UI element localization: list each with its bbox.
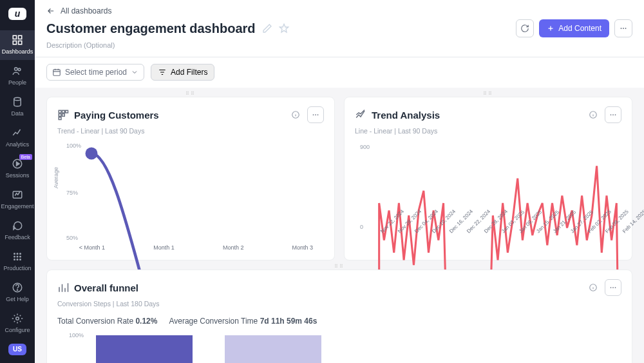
edit-icon[interactable]: [262, 23, 272, 34]
filter-icon: [158, 68, 167, 77]
svg-point-33: [315, 114, 316, 115]
svg-point-40: [611, 114, 612, 115]
production-icon: [12, 251, 23, 262]
svg-point-10: [17, 253, 19, 255]
analytics-icon: [12, 127, 23, 139]
sidebar-item-people[interactable]: People: [0, 61, 35, 91]
svg-rect-24: [53, 70, 61, 75]
sidebar-item-configure[interactable]: Configure: [0, 309, 35, 338]
svg-point-16: [17, 259, 19, 260]
svg-point-11: [19, 253, 21, 255]
sidebar-item-gethelp[interactable]: Get Help: [0, 278, 35, 308]
svg-rect-26: [59, 114, 61, 117]
svg-point-45: [612, 287, 614, 288]
card-overall-funnel: ⠿⠿ Overall funnel Conversion Steps | Las…: [46, 270, 632, 363]
card-paying-customers: ⠿⠿ Paying Customers Trend - Linear | Las…: [46, 97, 335, 260]
conv-rate-label: Total Conversion Rate: [57, 317, 133, 326]
svg-point-41: [612, 114, 614, 115]
sidebar-item-sessions[interactable]: Beta Sessions: [0, 154, 35, 184]
engagement-icon: [12, 189, 23, 201]
y-axis-label: Average: [53, 167, 59, 188]
svg-rect-2: [13, 41, 16, 44]
sidebar-item-production[interactable]: Production: [0, 247, 35, 277]
time-placeholder: Select time period: [65, 68, 127, 77]
svg-rect-3: [19, 41, 22, 44]
card-title: Trend Analysis: [372, 110, 440, 121]
refresh-button[interactable]: [516, 19, 534, 37]
drag-handle[interactable]: ⠿⠿: [334, 264, 345, 270]
avatar[interactable]: US: [8, 344, 26, 356]
star-icon[interactable]: [279, 23, 289, 34]
add-content-button[interactable]: Add Content: [539, 19, 609, 37]
svg-point-5: [18, 68, 21, 70]
dots-icon: [609, 110, 618, 119]
trend-icon: [355, 109, 366, 121]
sidebar-item-engagement[interactable]: Engagement: [0, 185, 35, 215]
dots-icon: [311, 110, 320, 119]
add-filters-button[interactable]: Add Filters: [151, 64, 214, 81]
svg-point-19: [17, 289, 17, 290]
card-more-button[interactable]: [605, 279, 621, 296]
card-title: Paying Customers: [74, 110, 159, 121]
drag-handle[interactable]: ⠿⠿: [185, 91, 196, 97]
info-icon[interactable]: [585, 280, 601, 295]
back-link[interactable]: All dashboards: [46, 6, 632, 15]
page-description[interactable]: Description (Optional): [46, 41, 632, 49]
funnel-bar-1: [96, 335, 193, 363]
calendar-icon: [52, 68, 61, 77]
svg-point-23: [625, 28, 627, 29]
sidebar-item-label: Production: [3, 265, 31, 271]
page-title: Customer engagement dashboard: [46, 21, 256, 36]
sidebar-item-analytics[interactable]: Analytics: [0, 123, 35, 153]
topbar: All dashboards Customer engagement dashb…: [35, 0, 644, 57]
add-content-label: Add Content: [558, 24, 601, 33]
data-icon: [12, 96, 23, 108]
info-icon[interactable]: [288, 107, 303, 123]
dashboard-canvas: ⠿⠿ Paying Customers Trend - Linear | Las…: [35, 88, 644, 363]
info-icon[interactable]: [585, 107, 601, 123]
x-axis: Nov 22, 2024 Nov 28, 2024 Dec 04, 2024 D…: [374, 229, 621, 251]
cohort-icon: [57, 109, 69, 121]
sidebar-item-data[interactable]: Data: [0, 92, 35, 122]
svg-point-15: [14, 259, 15, 260]
plus-icon: [547, 25, 554, 32]
conv-time-value: 7d 11h 59m 46s: [260, 317, 317, 326]
conv-time-label: Average Conversion Time: [169, 317, 258, 326]
filter-bar: Select time period Add Filters: [35, 57, 644, 88]
y-tick: 75%: [66, 190, 78, 196]
svg-point-17: [19, 259, 21, 260]
sidebar: u Dashboards People Data Analytics Beta: [0, 0, 35, 363]
svg-point-46: [615, 287, 616, 288]
dashboards-icon: [12, 34, 23, 46]
sidebar-item-label: Engagement: [1, 203, 33, 210]
y-tick: 0: [360, 224, 363, 230]
chevron-down-icon: [131, 68, 138, 76]
card-more-button[interactable]: [307, 106, 324, 123]
svg-rect-27: [59, 117, 61, 120]
x-tick: < Month 1: [79, 244, 105, 251]
add-filters-label: Add Filters: [171, 68, 207, 77]
more-button[interactable]: [614, 19, 632, 37]
drag-handle[interactable]: ⠿⠿: [483, 91, 493, 97]
funnel-bar-2: [225, 335, 321, 363]
people-icon: [12, 65, 23, 77]
gear-icon: [12, 313, 23, 324]
svg-point-14: [19, 255, 21, 257]
back-arrow-icon: [46, 6, 55, 15]
card-subtitle: Trend - Linear | Last 90 Days: [57, 127, 324, 135]
svg-point-42: [615, 114, 616, 115]
svg-point-21: [621, 28, 622, 29]
sidebar-item-feedback[interactable]: Feedback: [0, 216, 35, 246]
svg-rect-29: [62, 114, 65, 117]
svg-point-6: [14, 97, 21, 101]
sidebar-item-dashboards[interactable]: Dashboards: [0, 30, 35, 60]
sidebar-item-label: Sessions: [6, 172, 30, 179]
conv-rate-value: 0.12%: [135, 317, 157, 326]
card-more-button[interactable]: [605, 106, 621, 123]
beta-badge: Beta: [19, 154, 32, 160]
time-period-select[interactable]: Select time period: [46, 64, 144, 81]
svg-rect-1: [19, 35, 22, 39]
y-tick: 50%: [66, 235, 78, 241]
logo[interactable]: u: [8, 8, 26, 20]
svg-point-13: [17, 255, 19, 257]
